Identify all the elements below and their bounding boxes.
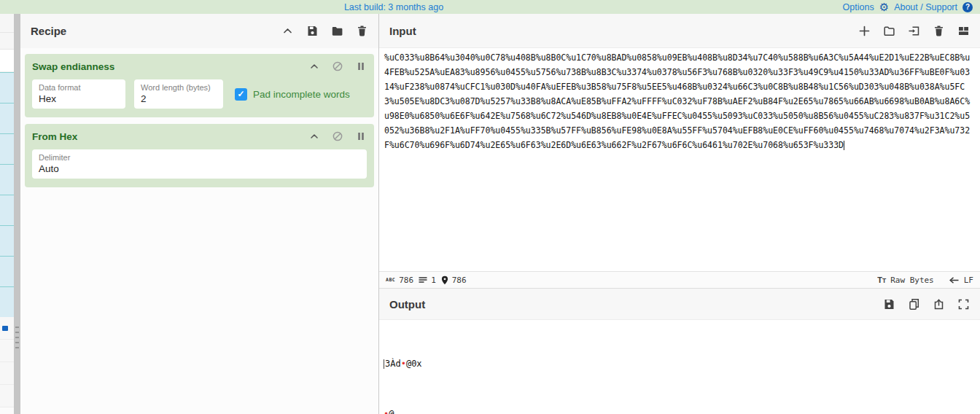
line-count-group: 1: [419, 276, 436, 285]
help-icon[interactable]: ?: [962, 2, 973, 12]
output-textarea: 3Àd•@0x •@ •pFS••XBSë •@4•@|•X<jDZÑâ+â•ì…: [379, 320, 980, 414]
last-build-status: Last build: 3 months ago: [292, 2, 496, 12]
load-recipe-icon[interactable]: [331, 25, 343, 37]
output-line: 3Àd•@0x: [384, 356, 976, 372]
breakpoint-icon[interactable]: [355, 60, 367, 72]
operation-icon: [2, 326, 8, 331]
operations-list-edge: [0, 14, 14, 414]
text-cursor: [844, 141, 844, 150]
favourite-op-edge[interactable]: [0, 133, 14, 164]
disable-op-icon[interactable]: [332, 130, 343, 142]
operations-row-edge[interactable]: [0, 385, 14, 407]
operation-from-hex[interactable]: From Hex Delimiter Auto: [25, 124, 374, 187]
favourite-op-edge[interactable]: [0, 164, 14, 195]
about-support-link[interactable]: About / Support: [894, 2, 957, 12]
operation-name: From Hex: [32, 131, 77, 142]
line-count-value: 1: [431, 276, 436, 285]
checkbox-label: Pad incomplete words: [253, 89, 350, 100]
collapse-op-icon[interactable]: [308, 130, 320, 142]
operation-icons: [308, 130, 367, 142]
operation-args: Delimiter Auto: [32, 149, 367, 179]
operations-search-edge[interactable]: [0, 14, 14, 33]
data-format-select[interactable]: Data format Hex: [32, 79, 125, 109]
clear-input-icon[interactable]: [933, 25, 945, 37]
operation-name: Swap endianness: [32, 61, 114, 72]
grip-dots-icon: [15, 327, 19, 351]
options-link[interactable]: Options: [843, 2, 874, 12]
open-folder-icon[interactable]: [883, 25, 895, 37]
input-header: Input: [379, 14, 980, 48]
input-textarea[interactable]: %uC033%u8B64%u3040%u0C78%u408B%u8B0C%u1C…: [379, 48, 980, 271]
delimiter-select[interactable]: Delimiter Auto: [32, 149, 367, 179]
operations-row-edge[interactable]: [0, 340, 14, 362]
recipe-panel: Recipe Swap endianness: [20, 14, 379, 414]
maximise-output-icon[interactable]: [957, 298, 970, 310]
input-text-content: %uC033%u8B64%u3040%u0C78%u408B%u8B0C%u1C…: [384, 52, 970, 150]
favourite-op-edge[interactable]: [0, 225, 14, 256]
cursor-position-value: 786: [452, 276, 467, 285]
gear-icon[interactable]: ⚙: [879, 1, 889, 12]
collapse-op-icon[interactable]: [308, 60, 320, 72]
collapse-recipe-icon[interactable]: [281, 25, 294, 37]
save-recipe-icon[interactable]: [306, 25, 319, 37]
word-length-field[interactable]: Word length (bytes) 2: [134, 79, 223, 109]
output-header-icons: [883, 298, 970, 310]
disable-op-icon[interactable]: [332, 60, 343, 72]
arg-label: Data format: [39, 83, 119, 92]
operation-header: From Hex: [32, 130, 367, 142]
breakpoint-icon[interactable]: [355, 130, 367, 142]
arg-value: Hex: [39, 93, 119, 104]
arg-value: 2: [141, 93, 217, 104]
input-title: Input: [389, 25, 416, 37]
operation-header: Swap endianness: [32, 60, 367, 72]
input-footer: ABC 786 1 786 TT Raw Bytes LF: [379, 271, 980, 288]
main-area: Recipe Swap endianness: [0, 14, 980, 414]
operation-swap-endianness[interactable]: Swap endianness Data format Hex: [25, 54, 374, 117]
character-encoding-icon[interactable]: TT: [877, 276, 886, 285]
io-panel: Input %uC033%u8B64%u3040%u0C78%u408B%u8B…: [379, 14, 980, 414]
favourite-op-edge[interactable]: [0, 72, 14, 103]
view-grid-icon[interactable]: [957, 25, 970, 37]
char-count-icon: ABC: [386, 277, 395, 283]
operations-row-edge[interactable]: [0, 362, 14, 385]
cyberchef-app: Last build: 3 months ago Options ⚙ About…: [0, 0, 980, 414]
copy-output-icon[interactable]: [908, 298, 920, 310]
favourite-op-edge[interactable]: [0, 256, 14, 286]
recipe-list: Swap endianness Data format Hex: [20, 48, 378, 414]
open-output-in-tab-icon[interactable]: [933, 298, 945, 310]
arg-label: Delimiter: [39, 153, 360, 162]
banner-links: Options ⚙ About / Support ?: [843, 1, 980, 12]
cursor-position-group: 786: [441, 276, 467, 285]
operations-row-edge[interactable]: [0, 33, 14, 50]
save-output-icon[interactable]: [883, 298, 895, 310]
panel-resize-divider[interactable]: [14, 14, 20, 414]
input-header-icons: [858, 25, 970, 37]
eol-arrow-icon[interactable]: [949, 276, 960, 284]
operation-args: Data format Hex Word length (bytes) 2 ✓ …: [32, 79, 367, 109]
favourite-op-edge[interactable]: [0, 286, 14, 317]
operations-row-edge[interactable]: [0, 50, 14, 72]
eol-value[interactable]: LF: [964, 276, 973, 285]
cursor-position-icon: [441, 276, 448, 285]
output-line: •@: [384, 406, 976, 414]
pad-incomplete-words-checkbox[interactable]: ✓ Pad incomplete words: [235, 88, 350, 101]
char-count-value: 786: [399, 276, 413, 285]
output-header: Output: [379, 288, 980, 320]
output-title: Output: [389, 298, 425, 310]
arg-value: Auto: [39, 163, 360, 174]
input-footer-right: TT Raw Bytes LF: [877, 276, 973, 285]
clear-recipe-icon[interactable]: [356, 25, 368, 37]
favourite-op-edge[interactable]: [0, 103, 14, 133]
recipe-title: Recipe: [31, 25, 66, 37]
operation-icons: [308, 60, 367, 72]
top-banner: Last build: 3 months ago Options ⚙ About…: [0, 0, 980, 14]
open-file-as-input-icon[interactable]: [908, 25, 920, 37]
arg-label: Word length (bytes): [141, 83, 217, 92]
add-input-tab-icon[interactable]: [858, 25, 871, 37]
recipe-header: Recipe: [20, 14, 378, 48]
character-encoding-value[interactable]: Raw Bytes: [890, 276, 934, 285]
favourite-op-edge[interactable]: [0, 195, 14, 225]
line-count-icon: [419, 276, 427, 284]
recipe-header-icons: [281, 25, 368, 37]
checkbox-checked-icon[interactable]: ✓: [235, 88, 247, 101]
